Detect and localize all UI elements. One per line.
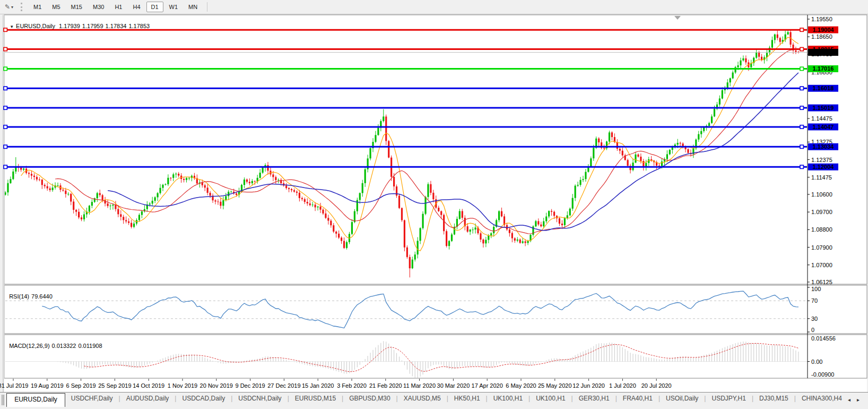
date-label: 31 Jul 2019 (0, 382, 28, 389)
tab-xauusd-m5[interactable]: XAUUSD,M5 (398, 393, 447, 405)
tab-uk100-h1[interactable]: UK100,H1 (530, 393, 571, 405)
candle-body (537, 221, 539, 224)
level-handle[interactable] (4, 106, 7, 109)
candle-body (225, 196, 227, 200)
date-label: 27 Dec 2019 (267, 382, 300, 389)
candle-body (251, 181, 253, 183)
tab-ger30-h1[interactable]: GER30,H1 (573, 393, 615, 405)
candle-body (141, 211, 143, 215)
candle-body (564, 218, 566, 225)
level-handle[interactable] (4, 28, 7, 31)
candle-body (107, 203, 108, 206)
level-handle[interactable] (4, 47, 7, 50)
timeframe-m30[interactable]: M30 (88, 2, 109, 12)
candle-body (548, 211, 550, 216)
candle-body (67, 194, 69, 194)
candle-body (514, 238, 516, 241)
level-handle[interactable] (800, 165, 803, 168)
timeframe-d1[interactable]: D1 (146, 2, 163, 12)
candle-body (627, 160, 629, 166)
chevron-down-icon: ▾ (11, 5, 13, 10)
level-handle[interactable] (4, 145, 7, 148)
candle-body (299, 193, 300, 198)
level-handle[interactable] (4, 125, 7, 129)
candle-body (611, 132, 613, 137)
candle-body (474, 227, 476, 229)
tab-usdjpy-h1[interactable]: USDJPY,H1 (706, 393, 751, 405)
level-price-label: 1.15019 (813, 105, 834, 111)
tab-usoil-daily[interactable]: USOil,Daily (660, 393, 704, 405)
candle-body (138, 215, 140, 220)
price-tick-label: 1.09700 (811, 209, 832, 215)
price-tick-label: 1.08800 (811, 226, 832, 233)
tab-hk50-h1[interactable]: HK50,H1 (448, 393, 486, 405)
candle-body (351, 222, 353, 234)
tab-uk100-h1[interactable]: UK100,H1 (488, 393, 528, 405)
candle-body (317, 207, 318, 208)
candle-body (78, 212, 80, 218)
level-handle[interactable] (800, 67, 803, 70)
draw-tool-icon[interactable]: ✎ ▾ (1, 2, 17, 12)
level-handle[interactable] (800, 87, 803, 90)
level-handle[interactable] (800, 125, 803, 129)
timeframe-w1[interactable]: W1 (164, 2, 183, 12)
timeframe-mn[interactable]: MN (184, 2, 202, 12)
candle-body (33, 176, 35, 177)
candle-body (330, 221, 332, 226)
candle-body (149, 203, 151, 204)
timeframe-h4[interactable]: H4 (128, 2, 145, 12)
candle-body (511, 233, 513, 238)
level-handle[interactable] (800, 47, 803, 50)
candle-body (154, 197, 156, 201)
tab-scroll-left-icon[interactable]: ◂ (848, 397, 850, 403)
tab-usdchf-daily[interactable]: USDCHF,Daily (65, 393, 119, 405)
candle-body (787, 32, 789, 34)
level-handle[interactable] (800, 106, 803, 109)
toolbar-grip[interactable] (21, 3, 24, 11)
tab-fra40-h1[interactable]: FRA40,H1 (617, 393, 658, 405)
timeframe-m5[interactable]: M5 (47, 2, 65, 12)
candle-body (65, 191, 66, 194)
candle-body (89, 206, 90, 211)
candle-body (383, 116, 384, 121)
candle-body (640, 157, 641, 161)
candle-body (540, 225, 542, 226)
candle-body (97, 193, 98, 199)
timeframe-m1[interactable]: M1 (29, 2, 46, 12)
candle-body (509, 229, 510, 233)
level-handle[interactable] (4, 87, 7, 90)
tab-eurusd-m15[interactable]: EURUSD,M15 (289, 393, 342, 405)
tab-audusd-daily[interactable]: AUDUSD,Daily (120, 393, 175, 405)
candle-body (293, 190, 295, 192)
tab-usdcad-daily[interactable]: USDCAD,Daily (176, 393, 231, 405)
price-tick-label: 1.11475 (811, 174, 832, 181)
level-handle[interactable] (800, 28, 803, 31)
tab-gbpusd-m30[interactable]: GBPUSD,M30 (343, 393, 396, 405)
level-handle[interactable] (800, 145, 803, 148)
candle-body (228, 192, 229, 196)
date-label: 19 Aug 2019 (31, 382, 64, 389)
date-label: 20 Nov 2019 (200, 382, 233, 389)
tab-china300-h4[interactable]: CHINA300,H4 (796, 393, 848, 405)
tab-eurusd-daily[interactable]: EURUSD,Daily (6, 393, 65, 407)
tab-dj30-m15[interactable]: DJ30,M15 (753, 393, 794, 405)
level-handle[interactable] (4, 165, 7, 168)
timeframe-m15[interactable]: M15 (66, 2, 87, 12)
candle-body (472, 229, 474, 230)
candle-body (493, 227, 494, 233)
chart-canvas[interactable]: 1.195501.186501.177501.168501.144751.132… (0, 0, 868, 409)
candle-body (658, 166, 660, 166)
candle-body (222, 200, 224, 206)
candle-body (105, 200, 106, 203)
candle-body (272, 174, 274, 177)
candle-body (711, 116, 713, 123)
tab-scroll-right-icon[interactable]: ▸ (857, 397, 860, 403)
level-price-label: 1.19004 (813, 27, 835, 33)
candle-body (525, 241, 526, 243)
date-label: 14 Oct 2019 (133, 382, 164, 389)
tab-usdcnh-daily[interactable]: USDCNH,Daily (232, 393, 287, 405)
candle-body (417, 241, 419, 254)
level-handle[interactable] (4, 67, 7, 70)
timeframe-h1[interactable]: H1 (110, 2, 127, 12)
candle-body (727, 82, 728, 88)
